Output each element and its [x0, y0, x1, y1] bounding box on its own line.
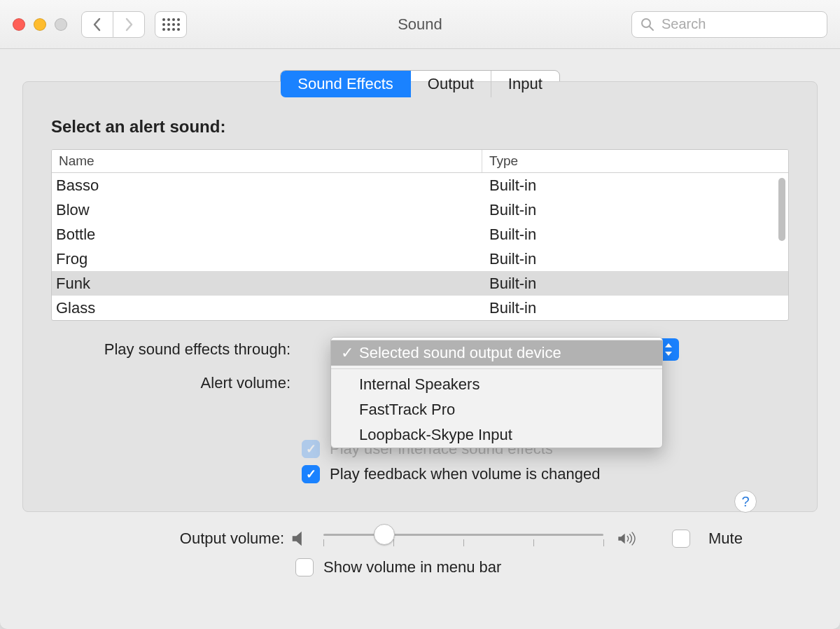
grid-icon [162, 18, 180, 31]
chevron-right-icon [124, 18, 134, 32]
speaker-mute-icon [290, 529, 309, 548]
dropdown-option-selected-device[interactable]: Selected sound output device [331, 340, 662, 366]
nav-buttons [81, 11, 145, 38]
table-row[interactable]: BassoBuilt-in [52, 173, 788, 198]
titlebar: Sound Search [0, 0, 840, 49]
slider-thumb[interactable] [374, 524, 395, 545]
back-button[interactable] [81, 11, 113, 38]
tab-sound-effects[interactable]: Sound Effects [281, 71, 411, 97]
alert-volume-label: Alert volume: [51, 374, 296, 392]
dropdown-option[interactable]: Loopback-Skype Input [331, 422, 662, 448]
play-through-label: Play sound effects through: [51, 340, 296, 359]
window-controls [13, 18, 67, 31]
help-button[interactable]: ? [734, 490, 757, 513]
search-icon [640, 18, 654, 32]
table-row[interactable]: GlassBuilt-in [52, 296, 788, 320]
column-name[interactable]: Name [52, 150, 482, 172]
svg-line-1 [650, 27, 653, 30]
play-feedback-checkbox[interactable] [302, 465, 320, 483]
play-feedback-label: Play feedback when volume is changed [330, 465, 600, 483]
output-volume-label: Output volume: [45, 530, 290, 548]
dropdown-option[interactable]: Internal Speakers [331, 372, 662, 397]
column-type[interactable]: Type [482, 150, 741, 172]
close-window-button[interactable] [13, 18, 25, 31]
table-row[interactable]: FunkBuilt-in [52, 271, 788, 296]
show-all-button[interactable] [155, 11, 187, 38]
play-ui-sounds-checkbox[interactable] [302, 440, 320, 458]
tab-output[interactable]: Output [411, 71, 491, 97]
table-row[interactable]: BlowBuilt-in [52, 198, 788, 222]
window-title: Sound [398, 15, 442, 34]
mute-label: Mute [708, 530, 743, 548]
search-placeholder: Search [662, 16, 706, 32]
dropdown-option[interactable]: FastTrack Pro [331, 397, 662, 422]
tab-input[interactable]: Input [491, 71, 559, 97]
table-header: Name Type [52, 150, 788, 173]
mute-checkbox[interactable] [672, 530, 690, 548]
svg-point-0 [642, 19, 650, 27]
minimize-window-button[interactable] [34, 18, 46, 31]
table-row[interactable]: BottleBuilt-in [52, 222, 788, 247]
section-heading: Select an alert sound: [51, 117, 789, 137]
scrollbar-thumb[interactable] [778, 178, 785, 241]
table-body[interactable]: BassoBuilt-in BlowBuilt-in BottleBuilt-i… [52, 173, 788, 320]
zoom-window-button[interactable] [55, 18, 67, 31]
sound-effects-panel: Select an alert sound: Name Type BassoBu… [22, 81, 818, 512]
show-menu-bar-checkbox[interactable] [295, 558, 314, 576]
play-through-dropdown[interactable]: Selected sound output device Internal Sp… [330, 337, 663, 448]
table-row[interactable]: FrogBuilt-in [52, 247, 788, 271]
output-volume-slider[interactable] [323, 534, 603, 536]
search-input[interactable]: Search [631, 11, 827, 38]
chevron-left-icon [92, 18, 102, 32]
play-feedback-row: Play feedback when volume is changed [302, 465, 789, 483]
sound-preferences-window: Sound Search Sound Effects Output Input … [0, 0, 840, 629]
tab-segmented-control: Sound Effects Output Input [280, 70, 560, 98]
alert-sound-table: Name Type BassoBuilt-in BlowBuilt-in Bot… [51, 149, 789, 321]
show-menu-bar-label: Show volume in menu bar [323, 558, 501, 576]
forward-button[interactable] [113, 11, 145, 38]
speaker-loud-icon [617, 529, 637, 548]
